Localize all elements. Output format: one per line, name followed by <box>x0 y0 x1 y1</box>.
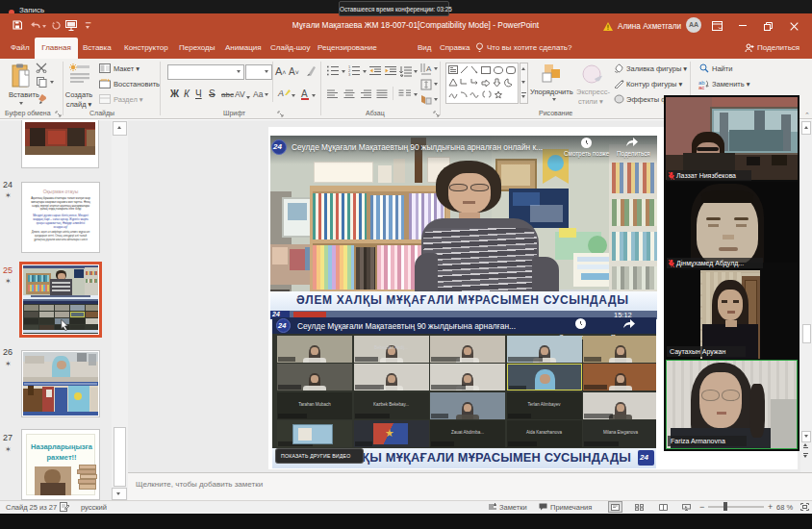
svg-text:ac: ac <box>698 85 704 89</box>
svg-text:A: A <box>426 64 432 73</box>
svg-text:3: 3 <box>348 72 351 76</box>
